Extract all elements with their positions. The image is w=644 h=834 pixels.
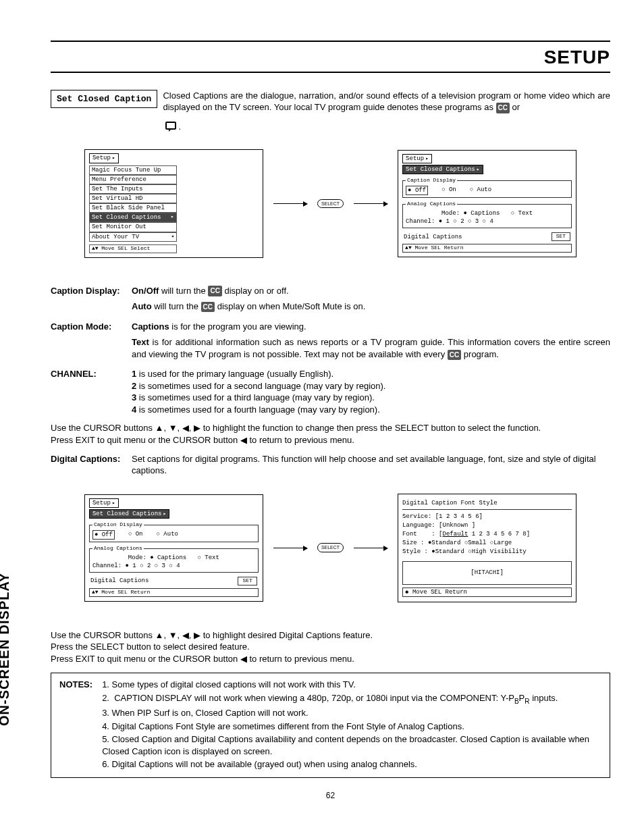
opt-ch4: 4 [483, 217, 493, 226]
menu-item: Set The Inputs [89, 184, 177, 194]
side-tab: ON-SCREEN DISPLAY [0, 573, 14, 726]
intro-or: or [512, 102, 520, 112]
set-button: SET [552, 232, 570, 241]
notes-list: 1. Some types of digital closed captions… [102, 679, 601, 771]
osd-setup-menu: Setup▸ Magic Focus Tune Up Menu Preferen… [84, 149, 263, 257]
arrow-icon [273, 203, 307, 204]
diagram-row-1: Setup▸ Magic Focus Tune Up Menu Preferen… [51, 149, 610, 257]
note-item: 3. When PIP Surf is on, Closed Caption w… [102, 707, 601, 719]
arrow-icon [354, 203, 387, 204]
opt-ch2: 2 [453, 217, 464, 226]
menu-item: Set Black Side Panel [89, 203, 177, 213]
cc-icon: CC [201, 302, 215, 313]
opt-on: On [441, 186, 456, 195]
osd-title: Setup▸ [402, 154, 432, 163]
cursor-instructions-1: Use the CURSOR buttons ▲, ▼, ◀, ▶ to hig… [51, 422, 610, 446]
osd-title: Setup▸ [89, 153, 119, 163]
note-item: 2. CAPTION DISPLAY will not work when vi… [102, 692, 601, 706]
osd-footer: ▲▼ Move SEL Return [402, 244, 572, 253]
digital-captions-row: Digital Captions SET [404, 232, 570, 241]
select-remote-button: SELECT [317, 199, 344, 208]
opt-ch3: 3 [468, 217, 479, 226]
intro-text: Closed Captions are the dialogue, narrat… [163, 90, 610, 113]
note-item: 6. Digital Captions will not be availabl… [102, 758, 601, 771]
notes-box: NOTES: 1. Some types of digital closed c… [51, 673, 610, 777]
page-title: SETUP [51, 45, 610, 73]
cc-icon: CC [496, 103, 510, 113]
osd-menu-list: Magic Focus Tune Up Menu Preference Set … [89, 165, 259, 242]
arrow-icon [354, 548, 387, 548]
note-item: 4. Digital Captions Font Style are somet… [102, 721, 601, 733]
digital-captions-def: Digital Captions: Set captions for digit… [51, 453, 610, 477]
opt-ch1: 1 [439, 217, 450, 226]
opt-off: Off [406, 186, 428, 195]
arrow-icon [273, 548, 307, 548]
note-item: 5. Closed Caption and Digital Captions a… [102, 733, 601, 757]
menu-item: About Your TV◂ [89, 232, 177, 242]
diagram-row-2: Setup▸ Set Closed Captions▸ Caption Disp… [51, 494, 610, 602]
osd-closed-captions-menu: Setup▸ Set Closed Captions▸ Caption Disp… [398, 150, 576, 257]
set-button: SET [238, 577, 257, 585]
osd-closed-captions-menu-2: Setup▸ Set Closed Captions▸ Caption Disp… [84, 494, 263, 602]
cc-icon: CC [448, 350, 461, 361]
cc-icon: CC [208, 286, 221, 296]
osd-font-style-menu: Digital Caption Font Style Service: [1 2… [398, 494, 576, 602]
osd-title: Setup▸ [89, 498, 119, 508]
opt-text: Text [511, 209, 533, 217]
select-remote-button: SELECT [317, 543, 344, 552]
menu-item: Set Virtual HD [89, 194, 177, 203]
note-item: 1. Some types of digital closed captions… [102, 679, 601, 691]
menu-item: Magic Focus Tune Up [89, 165, 177, 175]
cursor-instructions-2: Use the CURSOR buttons ▲, ▼, ◀, ▶ to hig… [51, 629, 610, 665]
speech-balloon-icon [165, 122, 176, 130]
opt-auto: Auto [470, 186, 491, 195]
osd-subtitle: Set Closed Captions▸ [89, 509, 169, 519]
intro-sentence: Closed Captions are the dialogue, narrat… [163, 90, 610, 113]
page-number: 62 [51, 790, 610, 801]
analog-captions-group: Analog Captions Mode: Captions Text Chan… [402, 201, 572, 228]
caption-display-group: Caption Display Off On Auto [89, 521, 259, 542]
caption-mode-def: Caption Mode: Captions is for the progra… [51, 321, 610, 365]
analog-captions-group: Analog Captions Mode: Captions Text Chan… [89, 545, 259, 573]
caption-display-group: Caption Display Off On Auto [402, 177, 572, 198]
menu-item: Set Monitor Out [89, 222, 177, 232]
osd-subtitle: Set Closed Captions▸ [402, 165, 483, 174]
caption-display-def: Caption Display: On/Off will turn the CC… [51, 285, 610, 317]
channel-def: CHANNEL: 1 is used for the primary langu… [51, 368, 610, 415]
top-rule [51, 41, 610, 42]
osd-title: Digital Caption Font Style [402, 499, 572, 510]
menu-item-highlighted: Set Closed Captions▸ [89, 213, 177, 222]
menu-item: Menu Preference [89, 175, 177, 184]
opt-captions: Captions [463, 209, 500, 217]
osd-footer: ▲▼ Move SEL Select [89, 244, 177, 253]
set-closed-caption-label: Set Closed Caption [51, 90, 157, 109]
intro-block: Set Closed Caption Closed Captions are t… [51, 90, 610, 113]
preview-box: [HITACHI] [402, 561, 572, 584]
